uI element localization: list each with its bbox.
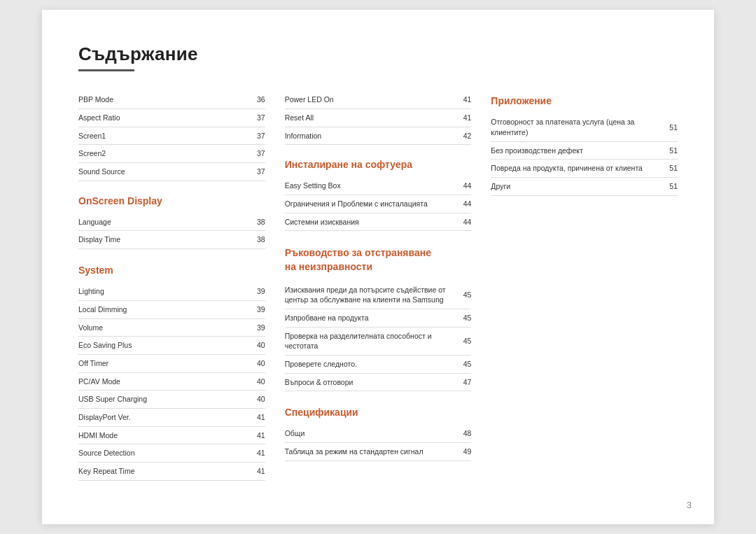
initial-items-table-col2: Power LED On41Reset All41Information42	[285, 91, 472, 145]
row-page: 40	[244, 372, 265, 391]
table-row: Off Timer40	[78, 354, 265, 372]
row-page: 41	[244, 444, 265, 463]
table-row: Language38	[78, 213, 265, 231]
page: Съдържание PBP Mode36Aspect Ratio37Scree…	[42, 10, 714, 524]
row-label: Отговорност за платената услуга (цена за…	[491, 113, 657, 141]
row-page: 37	[244, 127, 265, 145]
row-label: Key Repeat Time	[78, 463, 244, 481]
row-label: Повреда на продукта, причинена от клиент…	[491, 160, 657, 178]
table-row: Source Detection41	[78, 444, 265, 463]
table-row: Проверете следното.45	[285, 356, 472, 374]
row-label: Проверка на разделителната способност и …	[285, 327, 451, 355]
initial-items-table-col1: PBP Mode36Aspect Ratio37Screen137Screen2…	[78, 91, 265, 181]
table-row: PBP Mode36	[78, 91, 265, 108]
troubleshooting-table: Изисквания преди да потърсите съдействие…	[285, 281, 472, 392]
column-1: PBP Mode36Aspect Ratio37Screen137Screen2…	[78, 91, 285, 496]
table-row: Таблица за режим на стандартен сигнал49	[285, 443, 472, 461]
row-label: Ограничения и Проблеми с инсталацията	[285, 195, 451, 213]
row-page: 47	[450, 373, 471, 391]
row-label: Source Detection	[78, 444, 244, 463]
row-page: 37	[244, 163, 265, 181]
row-label: Системни изисквания	[285, 213, 451, 231]
row-label: Information	[285, 127, 451, 145]
table-row: Отговорност за платената услуга (цена за…	[491, 113, 678, 141]
table-row: Easy Setting Box44	[285, 177, 472, 195]
row-label: Power LED On	[285, 91, 451, 108]
columns: PBP Mode36Aspect Ratio37Screen137Screen2…	[78, 91, 678, 496]
title-underline	[78, 69, 134, 71]
row-label: Lighting	[78, 283, 244, 300]
row-label: Screen1	[78, 127, 244, 145]
table-row: USB Super Charging40	[78, 391, 265, 409]
row-label: HDMI Mode	[78, 426, 244, 444]
row-page: 44	[450, 177, 471, 195]
table-row: Въпроси & отговори47	[285, 373, 472, 391]
row-page: 36	[244, 91, 265, 108]
row-label: Изпробване на продукта	[285, 309, 451, 328]
table-row: Local Dimming39	[78, 300, 265, 318]
row-page: 40	[244, 337, 265, 355]
section-system: System Lighting39Local Dimming39Volume39…	[78, 265, 265, 481]
table-row: Screen137	[78, 127, 265, 145]
row-page: 51	[657, 178, 678, 196]
table-row: Sound Source37	[78, 163, 265, 181]
row-page: 44	[450, 213, 471, 231]
row-label: Screen2	[78, 145, 244, 163]
heading-appendix: Приложение	[491, 95, 678, 106]
row-label: Въпроси & отговори	[285, 373, 451, 391]
row-label: PBP Mode	[78, 91, 244, 108]
table-row: HDMI Mode41	[78, 426, 265, 444]
row-label: Други	[491, 178, 657, 196]
heading-install-software: Инсталиране на софтуера	[285, 159, 472, 170]
heading-system: System	[78, 265, 265, 276]
row-label: Без производствен дефект	[491, 141, 657, 160]
appendix-table: Отговорност за платената услуга (цена за…	[491, 113, 678, 195]
row-label: Off Timer	[78, 354, 244, 372]
table-row: Information42	[285, 127, 472, 145]
row-page: 51	[657, 113, 678, 141]
table-row: Проверка на разделителната способност и …	[285, 327, 472, 355]
row-label: Изисквания преди да потърсите съдействие…	[285, 281, 451, 309]
row-page: 41	[450, 109, 471, 127]
row-label: Таблица за режим на стандартен сигнал	[285, 443, 451, 461]
row-page: 40	[244, 354, 265, 372]
row-label: Sound Source	[78, 163, 244, 181]
table-row: Reset All41	[285, 109, 472, 127]
section-install-software: Инсталиране на софтуера Easy Setting Box…	[285, 159, 472, 231]
row-page: 41	[244, 426, 265, 444]
table-row: Screen237	[78, 145, 265, 163]
row-label: Language	[78, 213, 244, 231]
table-row: Volume39	[78, 318, 265, 337]
table-row: Eco Saving Plus40	[78, 337, 265, 355]
row-label: Eco Saving Plus	[78, 337, 244, 355]
column-3: Приложение Отговорност за платената услу…	[491, 91, 678, 496]
column-2: Power LED On41Reset All41Information42 И…	[285, 91, 491, 496]
row-page: 41	[244, 408, 265, 426]
table-row: Ограничения и Проблеми с инсталацията44	[285, 195, 472, 213]
system-table: Lighting39Local Dimming39Volume39Eco Sav…	[78, 283, 265, 481]
row-label: Volume	[78, 318, 244, 337]
heading-onscreen-display: OnScreen Display	[78, 195, 265, 206]
row-page: 51	[657, 160, 678, 178]
row-label: DisplayPort Ver.	[78, 408, 244, 426]
row-page: 49	[450, 443, 471, 461]
install-software-table: Easy Setting Box44Ограничения и Проблеми…	[285, 177, 472, 231]
row-label: Easy Setting Box	[285, 177, 451, 195]
row-page: 45	[450, 281, 471, 309]
section-appendix: Приложение Отговорност за платената услу…	[491, 95, 678, 195]
table-row: Изисквания преди да потърсите съдействие…	[285, 281, 472, 309]
row-page: 39	[244, 283, 265, 300]
row-label: Display Time	[78, 231, 244, 249]
row-page: 45	[450, 327, 471, 355]
table-row: Изпробване на продукта45	[285, 309, 472, 328]
row-label: Reset All	[285, 109, 451, 127]
table-row: DisplayPort Ver.41	[78, 408, 265, 426]
row-page: 45	[450, 356, 471, 374]
row-page: 41	[450, 91, 471, 108]
table-row: Повреда на продукта, причинена от клиент…	[491, 160, 678, 178]
table-row: Lighting39	[78, 283, 265, 300]
table-row: Display Time38	[78, 231, 265, 249]
heading-specs: Спецификации	[285, 407, 472, 418]
row-page: 39	[244, 318, 265, 337]
row-page: 42	[450, 127, 471, 145]
